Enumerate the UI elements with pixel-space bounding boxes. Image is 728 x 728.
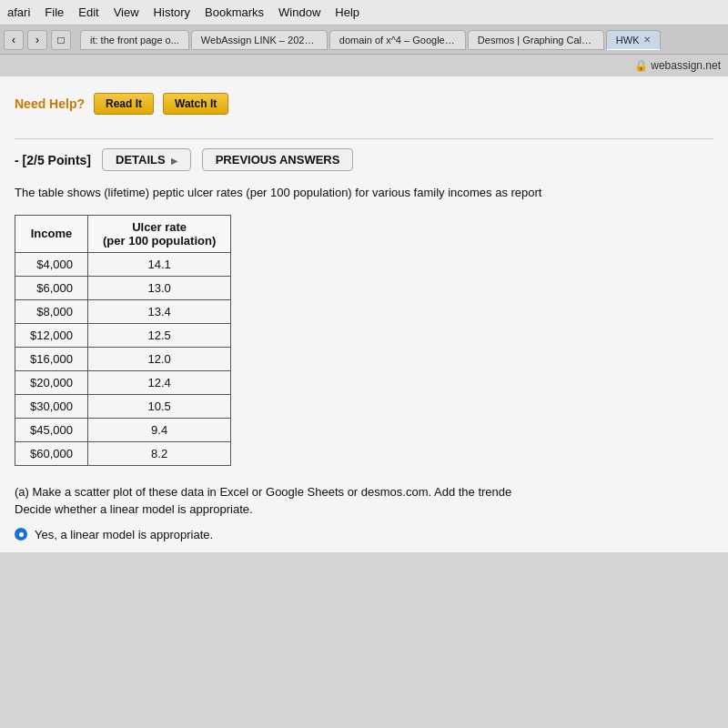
part-a-text: (a) Make a scatter plot of these data in… [15, 483, 713, 519]
cell-income: $60,000 [15, 441, 88, 465]
cell-ulcer-rate: 14.1 [88, 252, 231, 276]
tab-webassign[interactable]: WebAssign LINK – 202010... [191, 30, 328, 50]
menu-history[interactable]: History [154, 5, 190, 19]
show-tabs-button[interactable]: □ [51, 30, 71, 50]
details-button[interactable]: DETAILS [102, 148, 191, 171]
close-tab-icon[interactable]: ✕ [643, 35, 651, 45]
table-row: $45,0009.4 [15, 418, 231, 441]
cell-ulcer-rate: 10.5 [88, 394, 231, 418]
data-table-wrapper: Income Ulcer rate(per 100 population) $4… [15, 215, 231, 466]
col-header-ulcer: Ulcer rate(per 100 population) [88, 215, 231, 252]
browser-content: Need Help? Read It Watch It - [2/5 Point… [0, 76, 728, 552]
tab-desmos[interactable]: Desmos | Graphing Calcul... [468, 30, 604, 50]
radio-selected-icon [15, 528, 27, 541]
nav-buttons: ‹ › □ [4, 30, 71, 50]
cell-income: $45,000 [15, 418, 88, 441]
cell-income: $16,000 [15, 347, 88, 370]
tab-hwk[interactable]: HWK ✕ [606, 30, 661, 50]
need-help-label: Need Help? [15, 96, 85, 111]
cell-ulcer-rate: 9.4 [88, 418, 231, 441]
problem-description: The table shows (lifetime) peptic ulcer … [15, 184, 713, 202]
need-help-row: Need Help? Read It Watch It [15, 87, 713, 120]
ulcer-rate-table: Income Ulcer rate(per 100 population) $4… [15, 215, 231, 466]
url-display: 🔒 webassign.net [634, 59, 721, 72]
table-row: $4,00014.1 [15, 252, 231, 276]
menu-bookmarks[interactable]: Bookmarks [205, 5, 264, 19]
back-button[interactable]: ‹ [4, 30, 24, 50]
menu-edit[interactable]: Edit [78, 5, 98, 19]
cell-ulcer-rate: 13.4 [88, 299, 231, 323]
cell-ulcer-rate: 12.4 [88, 370, 231, 394]
cell-income: $6,000 [15, 276, 88, 299]
cell-ulcer-rate: 13.0 [88, 276, 231, 299]
tab-front-page[interactable]: it: the front page o... [80, 30, 189, 50]
radio-label-yes: Yes, a linear model is appropriate. [35, 528, 213, 541]
menu-view[interactable]: View [114, 5, 139, 19]
tab-hwk-label: HWK [616, 35, 640, 46]
watch-it-button[interactable]: Watch It [163, 93, 228, 115]
radio-option-yes[interactable]: Yes, a linear model is appropriate. [15, 528, 713, 541]
table-row: $20,00012.4 [15, 370, 231, 394]
table-row: $12,00012.5 [15, 323, 231, 347]
tab-domain[interactable]: domain of x^4 – Google Se... [329, 30, 466, 50]
table-row: $6,00013.0 [15, 276, 231, 299]
menu-file[interactable]: File [45, 5, 64, 19]
menu-window[interactable]: Window [278, 5, 320, 19]
table-row: $8,00013.4 [15, 299, 231, 323]
cell-income: $4,000 [15, 252, 88, 276]
previous-answers-button[interactable]: PREVIOUS ANSWERS [202, 148, 354, 171]
cell-ulcer-rate: 8.2 [88, 441, 231, 465]
table-row: $30,00010.5 [15, 394, 231, 418]
table-row: $16,00012.0 [15, 347, 231, 370]
cell-ulcer-rate: 12.0 [88, 347, 231, 370]
menu-safari[interactable]: afari [7, 5, 30, 19]
details-row: - [2/5 Points] DETAILS PREVIOUS ANSWERS [15, 138, 713, 171]
tab-bar: ‹ › □ it: the front page o... WebAssign … [0, 25, 728, 55]
cell-income: $20,000 [15, 370, 88, 394]
forward-button[interactable]: › [27, 30, 47, 50]
cell-income: $12,000 [15, 323, 88, 347]
cell-income: $8,000 [15, 299, 88, 323]
menu-bar: afari File Edit View History Bookmarks W… [0, 0, 728, 25]
menu-help[interactable]: Help [335, 5, 359, 19]
col-header-income: Income [15, 215, 88, 252]
address-bar: 🔒 webassign.net [0, 55, 728, 76]
table-row: $60,0008.2 [15, 441, 231, 465]
read-it-button[interactable]: Read It [94, 93, 154, 115]
cell-ulcer-rate: 12.5 [88, 323, 231, 347]
points-label: - [2/5 Points] [15, 153, 91, 167]
cell-income: $30,000 [15, 394, 88, 418]
